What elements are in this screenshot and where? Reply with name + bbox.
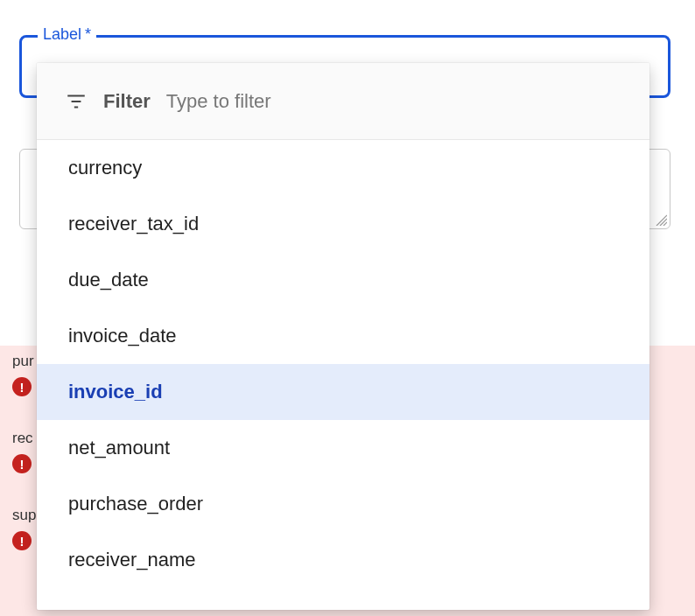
dropdown-option-label: receiver_tax_id: [68, 213, 199, 235]
dropdown-option-label: invoice_id: [68, 381, 163, 403]
dropdown-option-label: invoice_date: [68, 325, 177, 347]
dropdown-option[interactable]: receiver_name: [37, 532, 649, 588]
filter-input[interactable]: [166, 90, 621, 113]
filter-label: Filter: [103, 90, 151, 113]
dropdown-option-label: due_date: [68, 269, 149, 291]
error-icon: !: [12, 454, 32, 473]
dropdown-option[interactable]: purchase_order: [37, 476, 649, 532]
required-marker: *: [85, 25, 91, 44]
label-dropdown-popover: Filter currencyreceiver_tax_iddue_datein…: [37, 63, 649, 610]
dropdown-option-label: currency: [68, 157, 142, 179]
dropdown-option[interactable]: due_date: [37, 252, 649, 308]
dropdown-option[interactable]: invoice_id: [37, 364, 649, 420]
filter-icon: [65, 90, 88, 113]
error-icon: !: [12, 377, 32, 396]
dropdown-option[interactable]: currency: [37, 140, 649, 196]
label-input-legend-text: Label: [43, 25, 81, 44]
dropdown-options-list[interactable]: currencyreceiver_tax_iddue_dateinvoice_d…: [37, 140, 649, 610]
dropdown-option-label: receiver_name: [68, 549, 196, 571]
label-input-legend: Label *: [38, 25, 96, 44]
dropdown-option-label: purchase_order: [68, 493, 203, 515]
dropdown-option[interactable]: receiver_tax_id: [37, 196, 649, 252]
dropdown-option[interactable]: invoice_date: [37, 308, 649, 364]
dropdown-option-label: net_amount: [68, 437, 170, 459]
dropdown-option[interactable]: net_amount: [37, 420, 649, 476]
error-icon: !: [12, 531, 32, 550]
dropdown-filter-bar: Filter: [37, 63, 649, 140]
